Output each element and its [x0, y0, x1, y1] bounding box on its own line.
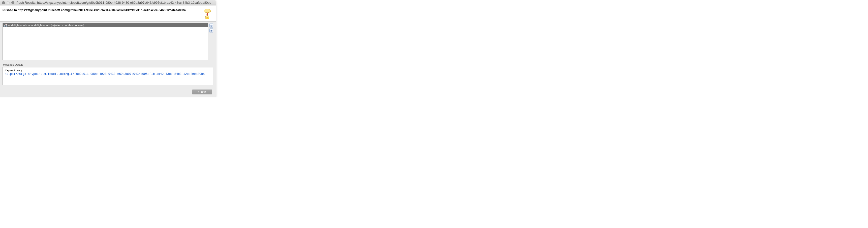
close-window-button[interactable] [2, 1, 5, 4]
minimize-window-button[interactable] [7, 1, 10, 4]
header-message: Pushed to https://stgx.anypoint.mulesoft… [2, 8, 186, 12]
result-text: add-flights-path → add-flights-path [rej… [8, 24, 84, 27]
repository-url-link[interactable]: https://stgx.anypoint.mulesoft.com/git/f… [5, 72, 205, 76]
push-results-dialog: Push Results: https://stgx.anypoint.mule… [0, 0, 216, 97]
header-section: Pushed to https://stgx.anypoint.mulesoft… [0, 5, 216, 22]
maximize-window-button[interactable] [11, 1, 14, 4]
svg-point-3 [204, 9, 211, 12]
svg-point-9 [6, 26, 7, 27]
titlebar: Push Results: https://stgx.anypoint.mule… [0, 0, 216, 5]
expand-all-button[interactable]: ⊞ [209, 29, 213, 32]
message-details-box[interactable]: Repository https://stgx.anypoint.mulesof… [2, 67, 213, 85]
window-controls [2, 1, 14, 4]
message-details-label: Message Details [2, 63, 213, 66]
button-bar: Close [0, 87, 216, 97]
branch-reject-icon [4, 24, 7, 27]
window-title: Push Results: https://stgx.anypoint.mule… [17, 1, 211, 4]
close-button[interactable]: Close [192, 90, 212, 94]
svg-point-8 [4, 26, 5, 27]
result-row[interactable]: add-flights-path → add-flights-path [rej… [3, 23, 208, 27]
svg-point-6 [206, 18, 209, 19]
svg-point-7 [206, 15, 209, 17]
results-area: add-flights-path → add-flights-path [rej… [0, 22, 216, 62]
repository-label: Repository [5, 69, 211, 72]
message-details-section: Message Details Repository https://stgx.… [0, 62, 216, 87]
collapse-all-button[interactable]: ⊟ [209, 24, 213, 28]
tree-controls: ⊟ ⊞ [209, 23, 214, 60]
push-icon [203, 8, 213, 20]
results-list[interactable]: add-flights-path → add-flights-path [rej… [2, 23, 208, 60]
